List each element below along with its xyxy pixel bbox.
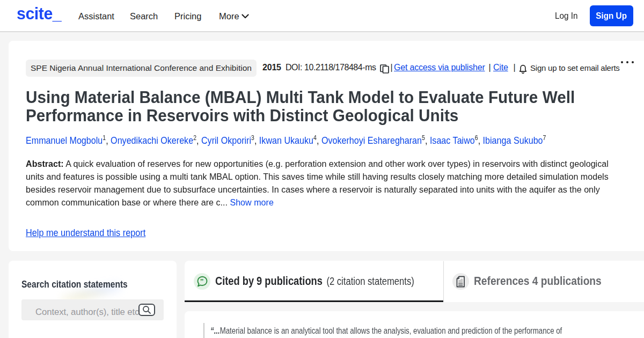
svg-text:”: ” bbox=[200, 277, 204, 285]
